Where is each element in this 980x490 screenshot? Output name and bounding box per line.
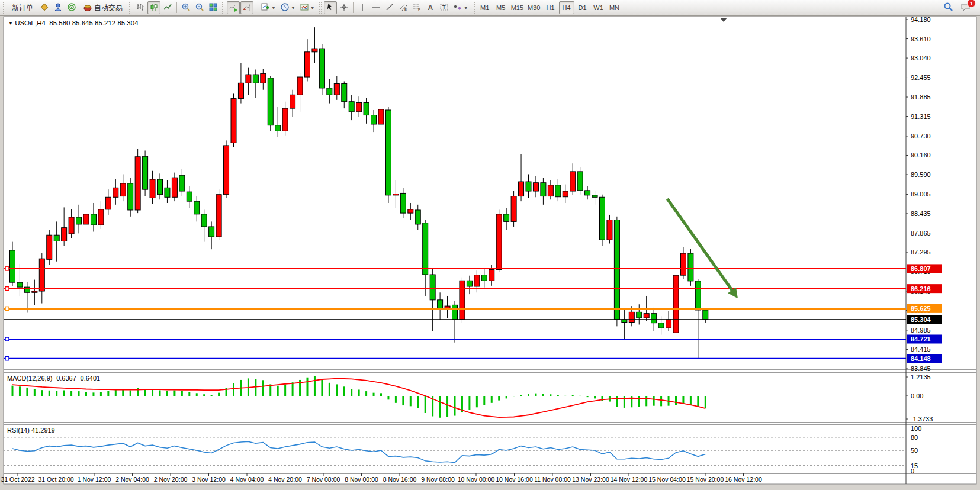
candle-body xyxy=(327,88,332,95)
time-axis-label: 16 Nov 12:00 xyxy=(725,476,762,483)
price-tick-label: 93.610 xyxy=(911,36,931,43)
candle-body xyxy=(460,281,465,320)
tile-windows-button[interactable] xyxy=(207,1,220,14)
line-chart-button[interactable] xyxy=(161,1,174,14)
candlestick-chart-button[interactable] xyxy=(147,1,160,14)
fibonacci-button[interactable]: F xyxy=(410,1,423,14)
symbols-button[interactable] xyxy=(38,1,51,14)
chart-shift-button[interactable] xyxy=(240,1,253,14)
zoom-in-button[interactable] xyxy=(179,1,192,14)
chart-window xyxy=(4,17,976,484)
symbol-dropdown-icon[interactable]: ▼ xyxy=(8,21,13,26)
candle-body xyxy=(467,281,472,286)
chart-shift-icon xyxy=(242,2,252,14)
new-order-button[interactable]: 新订单 xyxy=(8,1,37,14)
candle-body xyxy=(673,275,679,333)
timeframe-w1-button[interactable]: W1 xyxy=(591,1,606,14)
signals-button[interactable] xyxy=(65,1,78,14)
macd-values: -0.6367 -0.6401 xyxy=(54,375,100,382)
toolbar-drag-handle[interactable] xyxy=(128,2,132,14)
crosshair-button[interactable] xyxy=(338,1,351,14)
candle-body xyxy=(238,83,243,98)
template-icon xyxy=(300,2,309,14)
candlestick-icon xyxy=(149,2,159,14)
line-anchor-handle xyxy=(5,357,9,360)
zoom-out-button[interactable] xyxy=(193,1,206,14)
price-tick-label: 91.885 xyxy=(911,94,931,101)
vertical-line-button[interactable] xyxy=(356,1,369,14)
period-dropdown[interactable]: ▼ xyxy=(278,1,297,14)
arrows-dropdown[interactable]: ▼ xyxy=(451,1,470,14)
label-button[interactable]: T xyxy=(438,1,451,14)
candle-body xyxy=(541,183,546,196)
price-tick-label: 92.455 xyxy=(911,74,931,81)
price-tick-label: 90.160 xyxy=(911,151,931,159)
candle-body xyxy=(452,305,458,320)
timeframe-h1-button[interactable]: H1 xyxy=(543,1,558,14)
time-axis-label: 8 Nov 00:00 xyxy=(345,476,378,483)
timeframe-mn-button[interactable]: MN xyxy=(607,1,622,14)
time-axis-label: 15 Nov 04:00 xyxy=(648,476,686,483)
candle-body xyxy=(282,108,288,131)
template-dropdown[interactable]: ▼ xyxy=(298,1,317,14)
candle-body xyxy=(113,188,118,197)
timeframe-m5-button[interactable]: M5 xyxy=(493,1,509,14)
rsi-name: RSI(14) xyxy=(7,427,30,434)
timeframe-h4-button[interactable]: H4 xyxy=(559,1,574,14)
horizontal-line-button[interactable] xyxy=(369,1,383,14)
price-tick-label: 88.435 xyxy=(911,210,931,217)
search-button[interactable] xyxy=(942,1,955,14)
bar-chart-button[interactable] xyxy=(134,1,147,14)
text-button[interactable]: A xyxy=(424,1,437,14)
chart-title: ▼ USOil-,H4 85.580 85.645 85.212 85.304 xyxy=(8,20,139,27)
candle-body xyxy=(504,214,509,222)
candle-body xyxy=(201,214,207,227)
candle-body xyxy=(644,314,649,318)
equidistant-channel-button[interactable]: E xyxy=(397,1,410,14)
timeframe-m30-button[interactable]: M30 xyxy=(526,1,542,14)
candle-body xyxy=(268,78,273,125)
timeframe-m1-button[interactable]: M1 xyxy=(477,1,493,14)
timeframe-m15-button[interactable]: M15 xyxy=(509,1,525,14)
candle-body xyxy=(76,217,82,224)
price-tick-label: 87.865 xyxy=(911,230,931,237)
candle-body xyxy=(150,179,155,198)
ohlc-values: 85.580 85.645 85.212 85.304 xyxy=(49,20,138,27)
time-axis-label: 3 Nov 12:00 xyxy=(192,476,226,483)
candle-body xyxy=(305,52,310,77)
time-axis-label: 7 Nov 08:00 xyxy=(307,476,340,483)
macd-indicator-label: MACD(12,26,9) -0.6367 -0.6401 xyxy=(7,375,100,382)
toolbar-drag-handle[interactable] xyxy=(319,2,322,14)
autotrading-button[interactable]: 自动交易 xyxy=(79,1,127,14)
price-tick-label: 93.040 xyxy=(911,54,931,62)
autoscroll-button[interactable] xyxy=(227,1,240,14)
rsi-indicator-label: RSI(14) 41.2919 xyxy=(7,427,55,434)
candle-body xyxy=(585,191,590,195)
text-icon: A xyxy=(428,4,433,12)
rsi-axis-label: 100 xyxy=(911,425,921,432)
chat-button[interactable]: 1 xyxy=(959,1,973,14)
time-axis-label: 13 Nov 23:00 xyxy=(572,476,609,483)
timeframe-d1-button[interactable]: D1 xyxy=(575,1,590,14)
cursor-button[interactable] xyxy=(324,1,337,14)
candle-body xyxy=(275,125,281,131)
bar-chart-icon xyxy=(136,2,145,14)
market-watch-button[interactable] xyxy=(52,1,65,14)
new-chart-dropdown[interactable]: ▼ xyxy=(259,1,278,14)
channel-icon: E xyxy=(399,2,408,14)
chart-canvas[interactable]: 94.18093.61093.04092.45591.88591.31590.7… xyxy=(0,0,980,490)
toolbar-drag-handle[interactable] xyxy=(2,2,6,14)
chevron-down-icon: ▼ xyxy=(271,5,276,11)
macd-name: MACD(12,26,9) xyxy=(7,375,52,382)
time-axis-label: 4 Nov 04:00 xyxy=(230,476,264,483)
candle-body xyxy=(47,235,52,259)
toolbar-drag-handle[interactable] xyxy=(221,2,225,14)
svg-text:E: E xyxy=(404,8,407,11)
candle-body xyxy=(231,99,236,143)
candle-body xyxy=(253,75,258,83)
toolbar-drag-handle[interactable] xyxy=(472,2,475,14)
trendline-button[interactable] xyxy=(383,1,396,14)
candle-body xyxy=(651,314,657,323)
new-chart-icon xyxy=(261,2,270,14)
cursor-icon xyxy=(326,2,335,14)
